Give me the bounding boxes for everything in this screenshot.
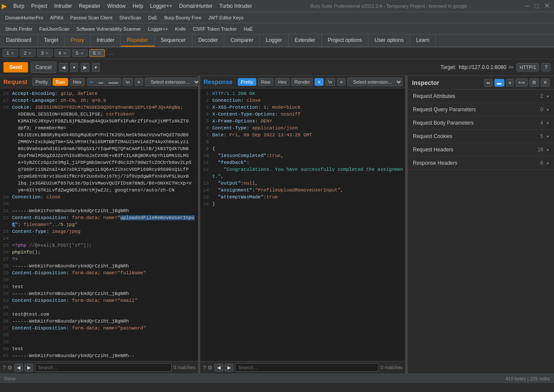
response-hex-btn[interactable]: Hex: [275, 78, 290, 86]
tab-user-options[interactable]: User options: [368, 34, 410, 47]
request-search-input[interactable]: [35, 363, 172, 372]
request-wrap-btn[interactable]: \n: [123, 78, 132, 86]
inspector-close-btn[interactable]: ✕: [541, 78, 550, 87]
ext-fastJsonScan[interactable]: FastJsonScan: [36, 25, 73, 32]
next-arrow[interactable]: ▶: [81, 63, 89, 72]
menu-project[interactable]: Project: [28, 1, 50, 11]
menu-turbointruder[interactable]: Turbo Intruder: [216, 1, 256, 11]
tab-repeater[interactable]: Repeater: [121, 34, 154, 47]
response-search-prev[interactable]: ◀: [214, 364, 223, 372]
sub-tab-2[interactable]: 2✕: [20, 49, 35, 57]
next-down-arrow[interactable]: ▾: [92, 63, 100, 72]
response-help-search-icon[interactable]: ?: [203, 364, 206, 371]
menu-domainhunter[interactable]: DomainHunter: [176, 1, 216, 11]
ext-burpBountyFree[interactable]: Burp Bounty Free: [161, 14, 205, 21]
code-line: 9{: [200, 145, 405, 152]
menu-repeater[interactable]: Repeater: [76, 1, 104, 11]
request-menu-btn[interactable]: ≡: [135, 78, 143, 86]
sub-tab-3[interactable]: 3✕: [37, 49, 53, 57]
tab-intruder[interactable]: Intruder: [91, 34, 121, 47]
request-settings-icon[interactable]: ⚙: [7, 364, 13, 371]
sub-tab-6[interactable]: 6✕: [89, 49, 105, 57]
ext-strutsFinder[interactable]: Struts Finder: [2, 25, 36, 32]
response-search-next[interactable]: ▶: [225, 364, 233, 372]
inspector-row-request-body-params[interactable]: Request Body Parameters 4 ▾: [408, 116, 554, 130]
inspector-filter-btn[interactable]: ⟺: [516, 78, 528, 87]
response-search-input[interactable]: [235, 363, 379, 372]
request-view-full-btn[interactable]: ▬▬: [106, 78, 120, 85]
minimize-btn[interactable]: ─: [522, 2, 532, 10]
tab-proxy[interactable]: Proxy: [65, 34, 91, 47]
response-format-icon[interactable]: ≡: [315, 78, 323, 86]
down-arrow[interactable]: ▾: [70, 63, 78, 72]
inspector-row-request-query-params[interactable]: Request Query Parameters 0 ▾: [408, 103, 554, 116]
tab-extender[interactable]: Extender: [289, 34, 322, 47]
response-render-btn[interactable]: Render: [291, 78, 313, 86]
ext-csrfTokenTracker[interactable]: CSRF Token Tracker: [189, 25, 240, 32]
sub-tab-1[interactable]: 1✕: [3, 49, 18, 57]
help-icon[interactable]: ?: [541, 63, 551, 72]
ext-domainHunterPro[interactable]: DomainHunterPro: [2, 14, 47, 21]
ext-apiKit[interactable]: APIKit: [47, 14, 67, 21]
request-code-area[interactable]: 16Accept-Encoding: gzip, deflate 17Accep…: [0, 88, 198, 361]
menu-loggerpp[interactable]: Logger++: [147, 1, 176, 11]
tab-sequencer[interactable]: Sequencer: [155, 34, 192, 47]
prev-arrow[interactable]: ◀: [59, 63, 68, 72]
code-line: 13 "output":null,: [200, 180, 405, 187]
request-panel: Request Pretty Raw Hex ▪▪ ▬ ▬▬ \n ≡ Sele…: [0, 76, 198, 373]
close-btn[interactable]: ✕: [541, 2, 552, 10]
request-search-prev[interactable]: ◀: [14, 364, 23, 372]
response-wrap-btn[interactable]: \n: [325, 78, 335, 86]
inspector-panel-btn[interactable]: ▬: [494, 79, 504, 87]
menu-window[interactable]: Window: [104, 1, 129, 11]
inspector-row-response-headers[interactable]: Response Headers 6 ▾: [408, 157, 554, 170]
ext-loggerPP2[interactable]: Logger++: [145, 25, 172, 32]
inspector-split-view-btn[interactable]: ▪▪: [484, 79, 493, 87]
tab-project-options[interactable]: Project options: [322, 34, 368, 47]
request-view-single-btn[interactable]: ▬: [96, 78, 106, 85]
menu-intruder[interactable]: Intruder: [51, 1, 76, 11]
menu-burp[interactable]: Burp: [10, 1, 28, 11]
sub-tab-5[interactable]: 5✕: [72, 49, 88, 57]
ext-jwtEditorKeys[interactable]: JWT Editor Keys: [205, 14, 247, 21]
tab-dashboard[interactable]: Dashboard: [0, 34, 38, 47]
inspector-body: Request Attributes 2 ▾ Request Query Par…: [408, 90, 554, 373]
request-title: Request: [3, 78, 27, 85]
tab-comparer[interactable]: Comparer: [224, 34, 260, 47]
sub-tab-4[interactable]: 4✕: [54, 49, 70, 57]
response-settings-icon[interactable]: ⚙: [208, 364, 213, 371]
tab-logger[interactable]: Logger: [260, 34, 288, 47]
ext-passiveScanClient[interactable]: Passive Scan Client: [67, 14, 116, 21]
ext-knife[interactable]: Knife: [172, 25, 189, 32]
edit-icon[interactable]: ✏: [509, 64, 514, 71]
cancel-button[interactable]: Cancel: [31, 62, 56, 73]
ext-daE[interactable]: DaE: [145, 14, 161, 21]
response-menu-btn[interactable]: ≡: [337, 78, 346, 86]
inspector-row-request-headers[interactable]: Request Headers 18 ▾: [408, 143, 554, 157]
request-hex-btn[interactable]: Hex: [70, 78, 85, 86]
tab-target[interactable]: Target: [38, 34, 65, 47]
code-line: dpf3; rememberMe=: [0, 125, 198, 132]
response-code-area[interactable]: 1HTTP/1.1 200 OK 2Connection: close 3X-X…: [200, 88, 405, 361]
request-view-split-btn[interactable]: ▪▪: [88, 78, 96, 85]
response-select-extension[interactable]: Select extension...: [347, 78, 403, 86]
ext-softwareVulnerabilityScanner[interactable]: Software Vulnerability Scanner: [73, 25, 145, 32]
inspector-row-request-cookies[interactable]: Request Cookies 5 ▾: [408, 130, 554, 143]
send-button[interactable]: Send: [3, 62, 28, 72]
request-help-search-icon[interactable]: ?: [3, 364, 6, 371]
menu-help[interactable]: Help: [129, 1, 147, 11]
request-search-next[interactable]: ▶: [25, 364, 33, 372]
ext-shiroScan[interactable]: ShiroScan: [116, 14, 145, 21]
response-raw-btn[interactable]: Raw: [258, 78, 274, 86]
request-select-extension[interactable]: Select extension...: [145, 78, 200, 86]
inspector-row-request-attributes[interactable]: Request Attributes 2 ▾: [408, 90, 554, 103]
tab-decoder[interactable]: Decoder: [192, 34, 224, 47]
maximize-btn[interactable]: □: [532, 2, 541, 10]
tab-learn[interactable]: Learn: [410, 34, 436, 47]
request-pretty-btn[interactable]: Pretty: [32, 78, 51, 86]
response-pretty-btn[interactable]: Pretty: [238, 78, 256, 86]
request-raw-btn[interactable]: Raw: [53, 78, 68, 86]
inspector-sort-btn[interactable]: ≡: [506, 79, 514, 87]
ext-haE[interactable]: HaE: [240, 25, 256, 32]
inspector-settings-btn[interactable]: ⚙: [529, 78, 539, 87]
